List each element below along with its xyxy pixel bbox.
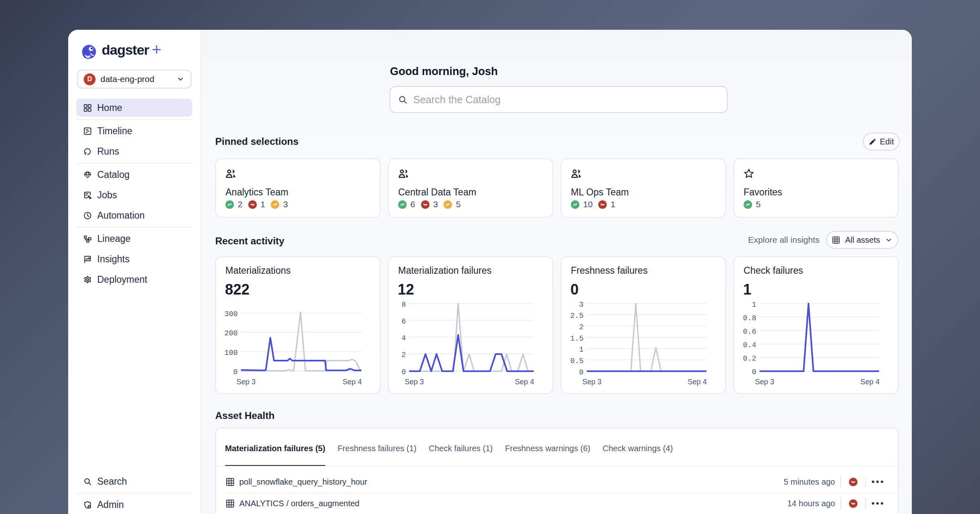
svg-text:Sep 3: Sep 3 [582,378,601,386]
svg-text:Sep 3: Sep 3 [236,378,256,386]
svg-text:Sep 3: Sep 3 [755,378,774,386]
svg-text:2: 2 [579,323,584,331]
svg-text:4: 4 [401,334,406,342]
svg-text:1.5: 1.5 [570,335,584,343]
svg-text:2: 2 [401,351,406,359]
svg-text:Sep 4: Sep 4 [860,378,880,386]
svg-text:Sep 4: Sep 4 [343,378,362,386]
svg-text:1: 1 [752,301,756,309]
svg-text:Sep 4: Sep 4 [688,378,707,386]
svg-text:0.2: 0.2 [743,354,756,363]
svg-text:3: 3 [579,301,584,309]
svg-text:1: 1 [579,346,584,354]
svg-text:0.4: 0.4 [743,341,756,349]
svg-text:300: 300 [225,310,238,318]
svg-text:2.5: 2.5 [570,312,584,320]
svg-text:0: 0 [401,368,406,376]
svg-text:0.8: 0.8 [743,314,756,322]
svg-text:0: 0 [579,368,584,377]
svg-text:Sep 3: Sep 3 [405,378,424,386]
svg-text:0.6: 0.6 [743,328,756,336]
svg-text:Sep 4: Sep 4 [515,378,534,386]
svg-text:100: 100 [225,349,238,357]
svg-text:0.5: 0.5 [570,357,584,365]
svg-text:6: 6 [401,317,406,326]
svg-text:200: 200 [225,329,238,337]
svg-text:0: 0 [752,368,756,376]
svg-text:0: 0 [233,368,238,376]
svg-text:8: 8 [401,301,406,309]
